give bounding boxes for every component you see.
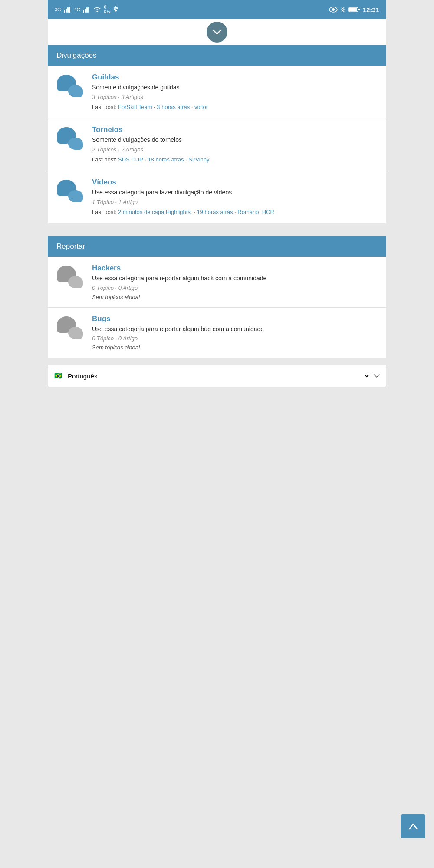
wifi-icon bbox=[93, 7, 101, 13]
battery-icon bbox=[348, 7, 360, 13]
forum-item-hackers[interactable]: HackersUse essa categoria para reportar … bbox=[48, 257, 386, 308]
forum-icon-bugs bbox=[55, 315, 85, 341]
forum-icon-videos bbox=[55, 178, 85, 204]
top-chevron-area bbox=[48, 19, 386, 45]
forum-content-torneios: TorneiosSomente divulgações de torneios2… bbox=[92, 125, 379, 164]
forum-title-guildas[interactable]: Guildas bbox=[92, 73, 379, 82]
svg-rect-14 bbox=[349, 8, 357, 11]
forum-item-torneios[interactable]: TorneiosSomente divulgações de torneios2… bbox=[48, 118, 386, 171]
forum-stats-hackers: 0 Tópico · 0 Artigo bbox=[92, 285, 379, 291]
status-right: 12:31 bbox=[329, 6, 379, 13]
svg-rect-9 bbox=[115, 7, 117, 8]
svg-rect-13 bbox=[358, 9, 360, 10]
svg-rect-0 bbox=[64, 10, 65, 13]
forum-title-bugs[interactable]: Bugs bbox=[92, 315, 379, 323]
svg-rect-3 bbox=[69, 7, 70, 13]
lastpost-time-guildas[interactable]: 3 horas atrás bbox=[157, 104, 190, 110]
svg-rect-5 bbox=[85, 9, 86, 13]
flag-icon: 🇧🇷 bbox=[54, 372, 62, 380]
forum-no-topics-hackers: Sem tópicos ainda! bbox=[92, 294, 379, 300]
section-header-divulgacoes: Divulgações bbox=[48, 45, 386, 66]
signal-icon bbox=[64, 7, 72, 13]
svg-point-8 bbox=[97, 11, 99, 13]
data-speed: 0K/s bbox=[104, 5, 110, 14]
section-header-reportar: Reportar bbox=[48, 236, 386, 257]
lastpost-time-videos[interactable]: 19 horas atrás bbox=[197, 209, 233, 215]
status-left: 3G 4G 0K/s bbox=[55, 5, 119, 14]
chevron-down-button[interactable] bbox=[207, 22, 227, 43]
svg-rect-2 bbox=[67, 7, 69, 13]
bluetooth-icon bbox=[340, 6, 345, 13]
language-selector[interactable]: 🇧🇷 Português English Español bbox=[54, 372, 380, 380]
lastpost-link-videos[interactable]: 2 minutos de capa Highlights. bbox=[118, 209, 192, 215]
forum-item-bugs[interactable]: BugsUse essa categoria para reportar alg… bbox=[48, 308, 386, 358]
lastpost-link-guildas[interactable]: ForSkill Team bbox=[118, 104, 152, 110]
forum-description-guildas: Somente divulgações de guildas bbox=[92, 83, 379, 92]
svg-rect-1 bbox=[66, 9, 67, 13]
forum-stats-bugs: 0 Tópico · 0 Artigo bbox=[92, 335, 379, 342]
network-3g: 3G bbox=[55, 7, 61, 12]
status-bar: 3G 4G 0K/s bbox=[48, 0, 386, 19]
svg-rect-7 bbox=[88, 7, 89, 13]
lastpost-user-guildas[interactable]: victor bbox=[194, 104, 208, 110]
forum-item-videos[interactable]: VídeosUse essa categoria para fazer divu… bbox=[48, 171, 386, 223]
forum-description-torneios: Somente divulgações de torneios bbox=[92, 136, 379, 145]
section-divulgacoes: DivulgaçõesGuildasSomente divulgações de… bbox=[48, 45, 386, 223]
language-bar[interactable]: 🇧🇷 Português English Español bbox=[48, 365, 386, 387]
forum-content-hackers: HackersUse essa categoria para reportar … bbox=[92, 264, 379, 300]
forum-content-guildas: GuildasSomente divulgações de guildas3 T… bbox=[92, 73, 379, 111]
forum-no-topics-bugs: Sem tópicos ainda! bbox=[92, 344, 379, 351]
forum-item-guildas[interactable]: GuildasSomente divulgações de guildas3 T… bbox=[48, 66, 386, 118]
section-reportar: ReportarHackersUse essa categoria para r… bbox=[48, 236, 386, 358]
forum-stats-guildas: 3 Tópicos · 3 Artigos bbox=[92, 94, 379, 100]
forum-icon-hackers bbox=[55, 264, 85, 290]
time-display: 12:31 bbox=[363, 6, 379, 13]
forum-lastpost-torneios: Last post: SDS CUP · 18 horas atrás · Si… bbox=[92, 155, 379, 164]
lastpost-user-torneios[interactable]: SirVinny bbox=[188, 156, 209, 163]
language-select[interactable]: Português English Español bbox=[66, 372, 370, 380]
forum-description-bugs: Use essa categoria para reportar algum b… bbox=[92, 325, 379, 334]
forum-title-videos[interactable]: Vídeos bbox=[92, 178, 379, 187]
forum-lastpost-guildas: Last post: ForSkill Team · 3 horas atrás… bbox=[92, 103, 379, 112]
network-4g: 4G bbox=[74, 7, 81, 12]
forum-content-videos: VídeosUse essa categoria para fazer divu… bbox=[92, 178, 379, 216]
forum-icon-torneios bbox=[55, 125, 85, 151]
lastpost-user-videos[interactable]: Romario_HCR bbox=[237, 209, 274, 215]
forum-content-bugs: BugsUse essa categoria para reportar alg… bbox=[92, 315, 379, 351]
svg-rect-4 bbox=[83, 10, 84, 13]
eye-icon bbox=[329, 7, 338, 13]
forum-title-hackers[interactable]: Hackers bbox=[92, 264, 379, 273]
dropdown-chevron-icon bbox=[374, 374, 380, 378]
forum-title-torneios[interactable]: Torneios bbox=[92, 125, 379, 134]
forum-icon-guildas bbox=[55, 73, 85, 99]
lastpost-time-torneios[interactable]: 18 horas atrás bbox=[148, 156, 184, 163]
forum-stats-torneios: 2 Tópicos · 2 Artigos bbox=[92, 146, 379, 153]
forum-lastpost-videos: Last post: 2 minutos de capa Highlights.… bbox=[92, 208, 379, 217]
section-gap bbox=[48, 230, 386, 236]
forum-stats-videos: 1 Tópico · 1 Artigo bbox=[92, 199, 379, 205]
usb-icon bbox=[113, 6, 119, 13]
forum-description-hackers: Use essa categoria para reportar algum h… bbox=[92, 274, 379, 283]
lastpost-link-torneios[interactable]: SDS CUP bbox=[118, 156, 143, 163]
svg-point-11 bbox=[332, 8, 335, 11]
forum-description-videos: Use essa categoria para fazer divulgação… bbox=[92, 188, 379, 197]
svg-rect-6 bbox=[86, 7, 88, 13]
signal-icon-2 bbox=[83, 7, 91, 13]
